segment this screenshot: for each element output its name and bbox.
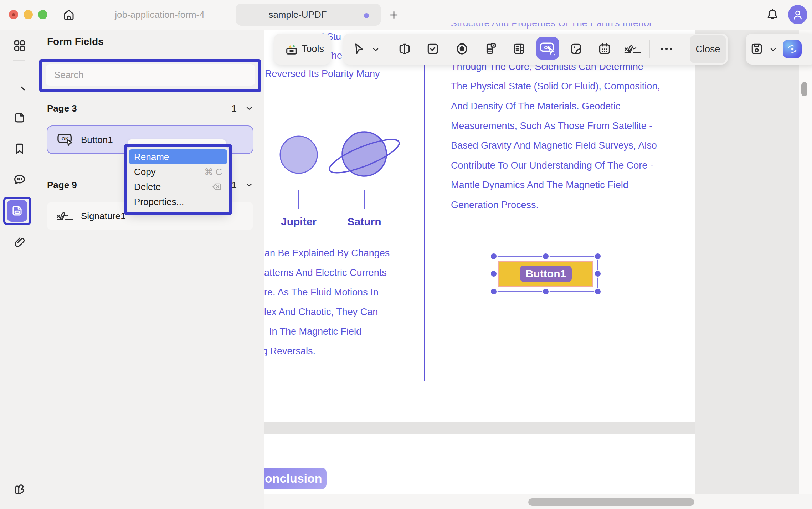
conclusion-heading-partial: onclusion [264, 468, 327, 489]
image-field-tool[interactable] [569, 42, 583, 56]
pdf-page-2 [264, 434, 695, 494]
chevron-down-icon[interactable] [245, 180, 254, 190]
form-fields-panel: Form Fields Page 3 1 OK Button1 Page 9 1 [37, 30, 264, 509]
comments-icon[interactable] [13, 173, 26, 186]
selection-handle-n[interactable] [543, 253, 549, 259]
attachments-paperclip-icon[interactable] [13, 236, 26, 249]
push-button-tool-active[interactable]: OK [536, 37, 559, 60]
close-button[interactable]: Close [690, 35, 726, 63]
doc-line: atterns And Electric Currents [264, 267, 387, 278]
doc-line: g Reversals. [264, 346, 315, 357]
doc-line: re. As The Fluid Motions In [264, 287, 379, 298]
page-gap [264, 422, 695, 434]
vertical-scrollbar-track[interactable] [799, 30, 812, 494]
home-icon[interactable] [62, 8, 75, 21]
save-icon[interactable] [750, 42, 764, 56]
doc-line: Measurements, Such As Those From Satelli… [451, 120, 652, 132]
save-dropdown-chevron[interactable] [769, 45, 777, 54]
horizontal-scrollbar-thumb[interactable] [528, 498, 694, 506]
tools-button[interactable]: Tools [274, 34, 331, 65]
account-avatar[interactable] [788, 5, 807, 24]
close-label: Close [695, 44, 720, 55]
more-tools-button[interactable] [658, 42, 675, 56]
tab-label: sample-UPDF [236, 4, 360, 26]
select-cursor-tool[interactable] [353, 42, 366, 56]
planets-figure [264, 128, 424, 217]
selection-handle-ne[interactable] [595, 253, 601, 259]
toolbox-icon [284, 42, 299, 56]
tab-sample-updf[interactable]: sample-UPDF [236, 4, 381, 26]
context-menu-highlight-box [124, 144, 232, 215]
new-tab-icon[interactable] [388, 9, 400, 21]
canvas-right-gutter [695, 30, 812, 509]
color-swatches-icon[interactable] [13, 482, 26, 496]
notifications-bell-icon[interactable] [766, 8, 779, 21]
tab-job-application-form-4[interactable]: job-application-form-4 [113, 9, 206, 20]
chevron-down-icon[interactable] [245, 104, 254, 113]
section-count: 1 [232, 180, 237, 191]
button-field-name-tag: Button1 [520, 266, 572, 282]
doc-line: lex And Chaotic, They Can [264, 307, 378, 318]
unsaved-dot [12, 13, 15, 16]
doc-line: And Density Of The Materials. Geodetic [451, 101, 620, 112]
jupiter-label: Jupiter [281, 216, 317, 228]
doc-heading-partial-clip: Structure And Properties Of The Earth's … [451, 23, 672, 30]
toolbar-divider [649, 40, 650, 58]
pages-icon[interactable] [13, 111, 26, 124]
minimize-window-button[interactable] [24, 10, 33, 19]
selection-handle-s[interactable] [543, 289, 549, 294]
combo-box-tool[interactable] [484, 42, 497, 56]
signature-icon [56, 209, 74, 223]
bookmarks-icon[interactable] [13, 142, 26, 155]
doc-line: Mantle Dynamics And The Magnetic Field [451, 180, 628, 191]
doc-line: Reversed Its Polarity Many [265, 68, 380, 79]
sidebar-rail [0, 30, 37, 509]
tools-label: Tools [302, 34, 324, 65]
section-label: Page 3 [47, 103, 232, 114]
doc-line: an Be Explained By Changes [264, 248, 390, 259]
rail-divider [13, 60, 25, 61]
doc-line: In The Magnetic Field [269, 326, 361, 337]
push-button-icon: OK [57, 132, 74, 148]
thumbnails-grid-icon[interactable] [13, 39, 26, 52]
cursor-dropdown-chevron[interactable] [371, 45, 380, 54]
vertical-scrollbar-thumb[interactable] [801, 82, 807, 96]
checkbox-tool[interactable] [426, 42, 440, 56]
selection-handle-nw[interactable] [491, 253, 497, 259]
date-field-tool[interactable] [598, 42, 611, 56]
list-box-tool[interactable] [512, 42, 526, 56]
section-count: 1 [232, 103, 237, 114]
updf-window: Structure And Properties Of The Earth's … [0, 0, 812, 509]
unsaved-indicator-dot [364, 13, 369, 18]
field-label: Signature1 [81, 211, 126, 222]
search-sidebar-icon[interactable] [13, 79, 26, 92]
panel-title: Form Fields [47, 36, 104, 47]
selection-handle-e[interactable] [595, 271, 601, 277]
conclusion-text: onclusion [265, 472, 322, 485]
toolbar-divider [387, 40, 387, 58]
ai-assistant-button[interactable] [783, 40, 802, 58]
selection-handle-se[interactable] [595, 289, 601, 294]
column-divider-line [424, 53, 425, 381]
selection-handle-w[interactable] [491, 271, 497, 277]
doc-line: Based Gravity And Magnetic Field Surveys… [451, 140, 657, 151]
title-bar: job-application-form-4 sample-UPDF [0, 0, 812, 30]
zoom-window-button[interactable] [38, 10, 47, 19]
button-field-label: Button1 [526, 268, 566, 280]
doc-heading-partial: Structure And Properties Of The Earth's … [451, 23, 672, 29]
field-label: Button1 [81, 134, 113, 145]
doc-line: Generation Process. [451, 200, 539, 211]
radio-button-tool[interactable] [455, 42, 469, 56]
form-fields-highlight-box [3, 197, 31, 225]
doc-line: Contribute To Our Understanding Of The C… [451, 160, 653, 171]
doc-line: The Physical State (Solid Or Fluid), Com… [451, 81, 660, 92]
search-highlight-box [39, 59, 261, 92]
section-page-3[interactable]: Page 3 1 [47, 101, 254, 115]
text-field-tool[interactable] [398, 42, 411, 56]
saturn-label: Saturn [347, 216, 381, 228]
selection-handle-sw[interactable] [491, 289, 497, 294]
signature-field-tool[interactable] [624, 42, 642, 56]
